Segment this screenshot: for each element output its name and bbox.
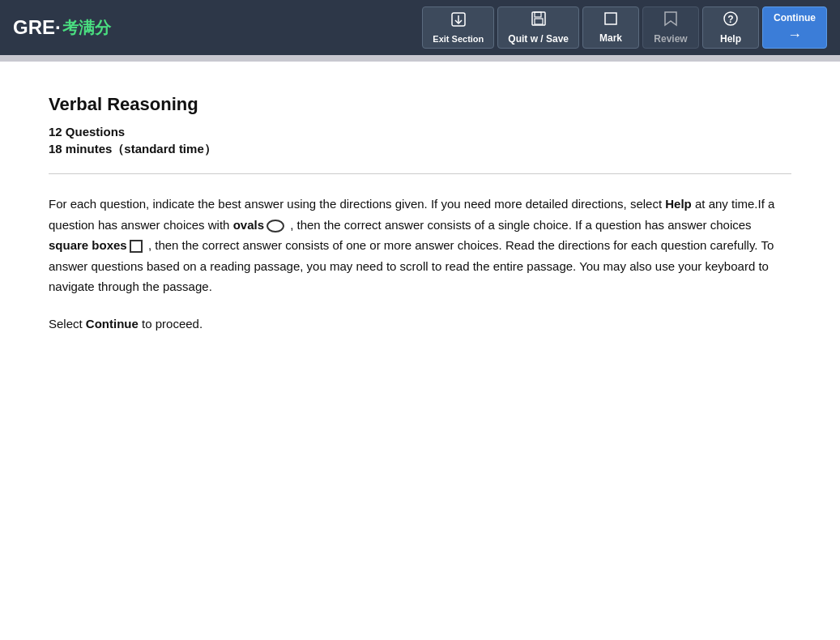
progress-bar [0,55,840,62]
instructions-text-1: For each question, indicate the best ans… [49,197,665,211]
help-icon: ? [723,11,739,30]
instructions-paragraph-2: Select Continue to proceed. [49,314,791,335]
quit-save-icon [531,11,547,30]
logo-cn: 考满分 [62,17,111,39]
continue-button[interactable]: Continue → [762,6,827,49]
nav-buttons: Exit Section Quit w / Save Mark [422,6,827,49]
questions-count: 12 Questions [49,125,791,139]
exit-section-button[interactable]: Exit Section [422,6,494,49]
review-button[interactable]: Review [642,6,699,49]
exit-section-icon [450,11,467,31]
help-button[interactable]: ? Help [702,6,759,49]
logo-gre: GRE· [13,16,61,39]
instructions-paragraph-1: For each question, indicate the best ans… [49,194,791,297]
help-word: Help [665,197,692,211]
section-title: Verbal Reasoning [49,94,791,115]
mark-label: Mark [599,32,622,44]
square-word: square boxes [49,238,127,252]
main-content: Verbal Reasoning 12 Questions 18 minutes… [0,62,840,640]
svg-text:?: ? [727,14,733,25]
instructions: For each question, indicate the best ans… [49,194,791,334]
svg-rect-4 [535,19,543,24]
help-label: Help [720,33,741,45]
oval-icon [266,220,284,233]
continue-word: Continue [86,317,139,331]
header: GRE·考满分 Exit Section Quit w / Save [0,0,840,55]
proceed-text: to proceed. [139,317,203,331]
time-info: 18 minutes（standard time） [49,142,791,157]
mark-icon [603,11,618,29]
instructions-text-3: , then the correct answer consists of a … [287,218,752,232]
ovals-word: ovals [233,218,264,232]
svg-rect-3 [535,12,541,17]
divider [49,173,791,174]
instructions-text-4: , then the correct answer consists of on… [49,238,774,293]
continue-label: Continue [774,12,816,23]
continue-icon: → [787,27,802,44]
square-icon [130,240,143,253]
quit-save-label: Quit w / Save [508,33,569,45]
mark-button[interactable]: Mark [582,6,639,49]
quit-save-button[interactable]: Quit w / Save [497,6,579,49]
select-text: Select [49,317,86,331]
svg-marker-6 [665,12,676,25]
logo: GRE·考满分 [13,16,111,39]
review-icon [663,11,678,30]
svg-rect-5 [605,13,616,24]
review-label: Review [654,33,687,45]
exit-section-label: Exit Section [433,34,484,44]
